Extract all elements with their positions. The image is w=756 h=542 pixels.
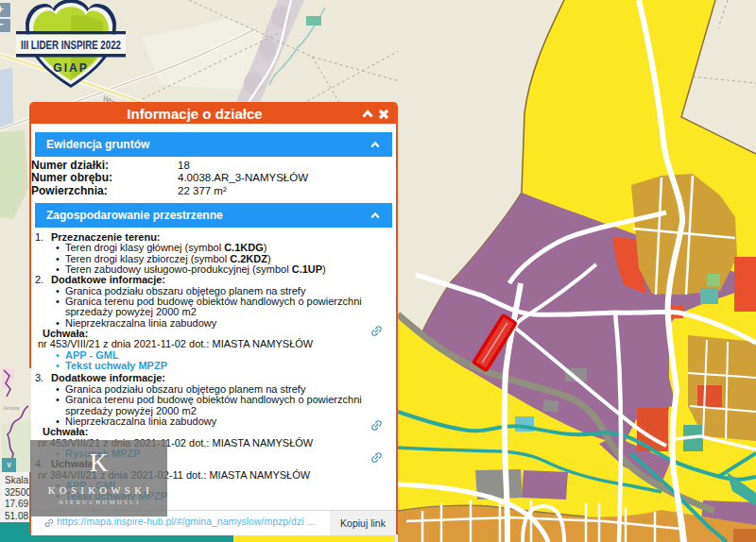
- svg-text:III LIDER INSPIRE 2022: III LIDER INSPIRE 2022: [21, 38, 121, 52]
- svg-text:GIAP: GIAP: [53, 61, 88, 75]
- svg-text:Jerutów: Jerutów: [3, 405, 20, 411]
